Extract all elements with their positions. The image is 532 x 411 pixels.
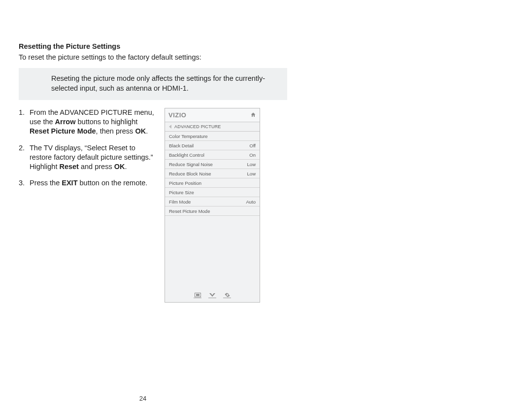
menu-label: Color Temperature <box>169 134 208 139</box>
menu-item[interactable]: Reduce Block NoiseLow <box>165 169 260 178</box>
bold-text: EXIT <box>62 179 77 187</box>
menu-item[interactable]: Reset Picture Mode <box>165 206 260 215</box>
bold-text: OK <box>135 127 146 135</box>
panel-header: VIZIO <box>165 108 260 122</box>
text: buttons to highlight <box>76 118 138 126</box>
menu-item[interactable]: Picture Size <box>165 188 260 197</box>
breadcrumb-label: ADVANCED PICTURE <box>174 124 221 129</box>
bold-text: OK <box>114 163 125 171</box>
text: , then press <box>96 127 135 135</box>
menu-label: Reduce Signal Noise <box>169 162 213 167</box>
menu-label: Picture Position <box>169 180 201 186</box>
menu-item[interactable]: Black DetailOff <box>165 141 260 150</box>
breadcrumb[interactable]: ADVANCED PICTURE <box>165 122 260 132</box>
bold-text: Reset Picture Mode <box>30 127 96 135</box>
menu-value: Auto <box>246 199 256 205</box>
step-number: 1. <box>19 108 30 136</box>
home-icon[interactable] <box>250 112 256 119</box>
step-2: 2. The TV displays, “Select Reset to res… <box>19 143 156 171</box>
menu-list: Color Temperature Black DetailOff Backli… <box>165 132 260 215</box>
menu-item[interactable]: Picture Position <box>165 178 260 188</box>
brand-logo: VIZIO <box>168 111 186 119</box>
text: Press the <box>30 179 62 187</box>
step-3: 3. Press the EXIT button on the remote. <box>19 178 156 188</box>
menu-item[interactable]: Color Temperature <box>165 132 260 141</box>
menu-item[interactable]: Backlight ControlOn <box>165 150 260 160</box>
menu-item[interactable]: Film ModeAuto <box>165 197 260 206</box>
step-number: 2. <box>19 143 30 171</box>
menu-label: Picture Size <box>169 190 194 195</box>
menu-label: Reduce Block Noise <box>169 171 211 176</box>
bold-text: Reset <box>59 163 79 171</box>
step-number: 3. <box>19 178 30 188</box>
note-box: Reseting the picture mode only affects t… <box>19 68 287 100</box>
panel-empty <box>165 215 260 289</box>
menu-item[interactable]: Reduce Signal NoiseLow <box>165 160 260 169</box>
menu-label: Film Mode <box>169 199 191 205</box>
step-body: The TV displays, “Select Reset to restor… <box>30 143 156 171</box>
panel-footer <box>165 289 260 302</box>
menu-value: Off <box>250 143 256 148</box>
text: . <box>146 127 148 135</box>
menu-label: Backlight Control <box>169 152 204 158</box>
steps-list: 1. From the ADVANCED PICTURE menu, use t… <box>19 108 156 195</box>
section-intro: To reset the picture settings to the fac… <box>19 53 286 61</box>
menu-value: Low <box>247 162 256 167</box>
menu-label: Reset Picture Mode <box>169 208 210 214</box>
section-title: Resetting the Picture Settings <box>19 42 286 50</box>
gear-icon[interactable] <box>223 292 231 298</box>
text: button on the remote. <box>78 179 148 187</box>
bold-text: Arrow <box>55 118 76 126</box>
text: . <box>125 163 127 171</box>
menu-label: Black Detail <box>169 143 194 148</box>
v-logo-icon[interactable] <box>208 292 216 298</box>
page-number: 24 <box>0 395 286 402</box>
step-1: 1. From the ADVANCED PICTURE menu, use t… <box>19 108 156 136</box>
tv-menu-panel: VIZIO ADVANCED PICTURE Color Temperature… <box>165 108 260 303</box>
aspect-icon[interactable] <box>194 292 201 298</box>
svg-rect-1 <box>196 294 200 296</box>
step-body: Press the EXIT button on the remote. <box>30 178 156 188</box>
back-icon <box>169 125 171 129</box>
menu-value: On <box>249 152 256 158</box>
menu-value: Low <box>247 171 256 176</box>
step-body: From the ADVANCED PICTURE menu, use the … <box>30 108 156 136</box>
text: and press <box>79 163 114 171</box>
